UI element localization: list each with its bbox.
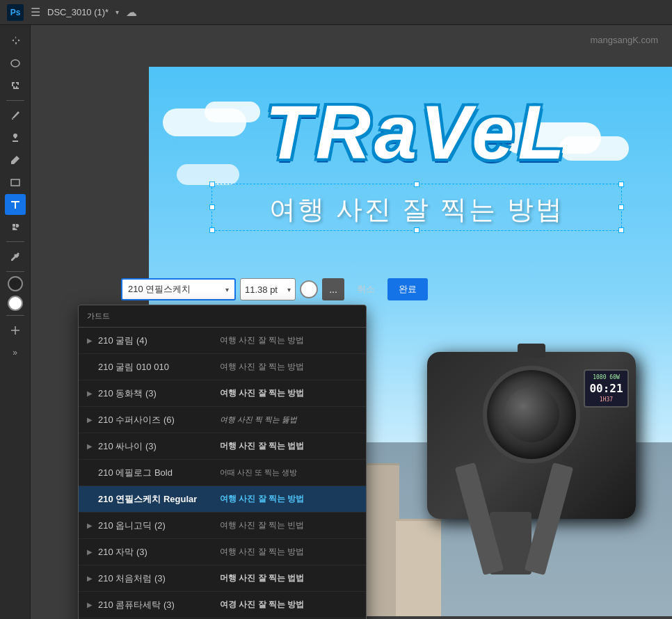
font-item-omnigothic[interactable]: ▶ 210 옵니고딕 (2) 여행 사진 잘 찍는 빈법 xyxy=(79,513,366,539)
expand-icon-11: ▶ xyxy=(87,601,94,609)
font-preview-text-11: 여경 사진 잘 찍는 방법 xyxy=(220,599,358,611)
file-name-label: DSC_3010 (1)* xyxy=(47,7,109,17)
cloud-2 xyxy=(205,102,260,122)
foreground-color-swatch[interactable] xyxy=(8,276,23,291)
text-color-picker[interactable] xyxy=(300,280,318,298)
font-item-computer-laundry[interactable]: ▶ 210 콤퓨타세탁 (3) 여경 사진 잘 찍는 방법 xyxy=(79,592,366,618)
font-name-label-9: 210 자막 (3) xyxy=(98,546,220,558)
font-preview-text-5: 머행 사진 잘 찍는 법법 xyxy=(220,440,358,452)
font-preview-text-9: 여행 사진 잘 찍는 방법 xyxy=(220,546,358,558)
left-toolbar: » xyxy=(0,25,31,619)
camera-body: 1080 60W 00:21 1H37 xyxy=(427,352,636,519)
svg-rect-1 xyxy=(11,179,19,186)
dropdown-header: 가드드 xyxy=(79,305,366,328)
font-name-label-2: 210 굴림 010 010 xyxy=(98,361,220,373)
font-preview-text-8: 여행 사진 잘 찍는 빈법 xyxy=(220,520,358,531)
font-name-label: 210 굴림 (4) xyxy=(98,335,220,347)
font-preview-text-3: 여행 사진 잘 찍는 방법 xyxy=(220,387,358,399)
expand-icon-3: ▶ xyxy=(87,389,94,397)
main-layout: » TRaVeL 여행 사진 잘 찍는 방법 xyxy=(0,25,672,619)
cancel-button[interactable]: 취소 xyxy=(349,278,383,300)
font-item-epilog[interactable]: ▶ 210 에필로그 Bold 어때 사진 또 찍는 생방 xyxy=(79,460,366,486)
font-preview-text-6: 어때 사진 또 찍는 생방 xyxy=(220,467,358,478)
font-select-arrow-icon: ▾ xyxy=(225,286,229,294)
tool-eyedropper[interactable] xyxy=(5,246,26,267)
tool-stamp[interactable] xyxy=(5,127,26,148)
tool-shapes[interactable] xyxy=(5,216,26,237)
font-preview-text-4: 여행 사진 찍 찍는 뚫법 xyxy=(220,415,358,425)
top-bar: Ps ☰ DSC_3010 (1)* ▾ ☁ xyxy=(0,0,672,25)
font-name-label-5: 210 싸나이 (3) xyxy=(98,440,220,453)
korean-subtitle: 여행 사진 잘 찍는 방법 xyxy=(269,192,563,227)
font-item-first-time[interactable]: ▶ 210 처음처럼 (3) 머행 사진 잘 찍는 법법 xyxy=(79,565,366,592)
font-dropdown: 가드드 ▶ 210 굴림 (4) 여행 사진 잘 찍는 방법 ▶ 210 굴림 … xyxy=(78,305,367,619)
font-item-pencil[interactable]: ▶ 210 연필스케치 Regular 여행 사진 잘 찍는 방법 xyxy=(79,486,366,513)
font-preview-text-7: 여행 사진 잘 찍는 방법 xyxy=(220,493,358,505)
travel-title: TRaVeL xyxy=(265,88,568,176)
font-name-label-7: 210 연필스케치 Regular xyxy=(98,493,220,506)
font-size-label: 11.38 pt xyxy=(245,284,278,295)
chevron-down-icon[interactable]: ▾ xyxy=(115,8,119,16)
cloud-4 xyxy=(559,136,629,161)
toolbar-separator-2 xyxy=(6,241,24,242)
font-name-label-4: 210 수퍼사이즈 (6) xyxy=(98,414,220,426)
tool-select[interactable] xyxy=(5,75,26,96)
toolbar-separator-4 xyxy=(6,315,24,316)
font-preview-text-10: 머행 사진 잘 찍는 법법 xyxy=(220,572,358,584)
camera-lens xyxy=(483,366,580,463)
font-preview-text-2: 여행 사진 잘 찍는 방법 xyxy=(220,361,358,373)
font-item-gulim010[interactable]: ▶ 210 굴림 010 010 여행 사진 잘 찍는 방법 xyxy=(79,354,366,380)
font-toolbar: 210 연필스케치 ▾ 11.38 pt ▾ ... 취소 완료 xyxy=(121,278,428,300)
svg-point-0 xyxy=(11,60,19,67)
font-item-subtitle[interactable]: ▶ 210 자막 (3) 여행 사진 잘 찍는 방법 xyxy=(79,539,366,565)
tool-lasso[interactable] xyxy=(5,53,26,74)
camera-lens-inner xyxy=(504,387,559,442)
cloud-5 xyxy=(177,164,239,185)
expand-icon-10: ▶ xyxy=(87,574,94,582)
watermark-text: mangsangK.com xyxy=(590,35,658,45)
font-preview-text: 여행 사진 잘 찍는 방법 xyxy=(220,335,358,346)
font-name-label-3: 210 동화책 (3) xyxy=(98,387,220,400)
expand-icon-8: ▶ xyxy=(87,522,94,529)
cloud-sync-icon[interactable]: ☁ xyxy=(126,6,137,19)
font-size-select[interactable]: 11.38 pt ▾ xyxy=(240,278,296,300)
tool-move[interactable] xyxy=(5,31,26,51)
more-options-button[interactable]: ... xyxy=(322,278,344,300)
hamburger-menu-icon[interactable]: ☰ xyxy=(31,6,40,19)
tool-type[interactable] xyxy=(5,194,26,215)
toolbar-separator xyxy=(6,100,24,101)
camera-top-button xyxy=(518,344,545,357)
tool-more[interactable]: » xyxy=(5,342,26,363)
font-size-arrow-icon: ▾ xyxy=(287,286,291,294)
tool-pen[interactable] xyxy=(5,150,26,170)
font-name-label-8: 210 옵니고딕 (2) xyxy=(98,520,220,532)
tool-brush[interactable] xyxy=(5,105,26,126)
camera-group: 1080 60W 00:21 1H37 xyxy=(406,241,672,574)
font-name-label-11: 210 콤퓨타세탁 (3) xyxy=(98,599,220,611)
font-item-ssanai[interactable]: ▶ 210 싸나이 (3) 머행 사진 잘 찍는 법법 xyxy=(79,433,366,460)
done-button[interactable]: 완료 xyxy=(387,278,428,300)
tool-rect[interactable] xyxy=(5,172,26,193)
expand-icon: ▶ xyxy=(87,337,94,344)
font-family-label: 210 연필스케치 xyxy=(128,283,191,296)
canvas-area: TRaVeL 여행 사진 잘 찍는 방법 xyxy=(31,25,672,619)
expand-icon-4: ▶ xyxy=(87,416,94,424)
font-item-gulim4[interactable]: ▶ 210 굴림 (4) 여행 사진 잘 찍는 방법 xyxy=(79,328,366,354)
expand-icon-9: ▶ xyxy=(87,548,94,556)
font-name-label-6: 210 에필로그 Bold xyxy=(98,467,220,479)
toolbar-separator-3 xyxy=(6,271,24,272)
ps-logo-icon: Ps xyxy=(7,4,24,21)
font-item-supersize[interactable]: ▶ 210 수퍼사이즈 (6) 여행 사진 찍 찍는 뚫법 xyxy=(79,407,366,433)
expand-icon-5: ▶ xyxy=(87,442,94,450)
font-family-select[interactable]: 210 연필스케치 ▾ xyxy=(121,278,236,300)
font-item-fairytale[interactable]: ▶ 210 동화책 (3) 여행 사진 잘 찍는 방법 xyxy=(79,380,366,407)
font-name-label-10: 210 처음처럼 (3) xyxy=(98,572,220,585)
camera-lcd: 1080 60W 00:21 1H37 xyxy=(584,369,629,408)
background-color-swatch[interactable] xyxy=(8,296,23,311)
tool-arrows[interactable] xyxy=(5,320,26,341)
